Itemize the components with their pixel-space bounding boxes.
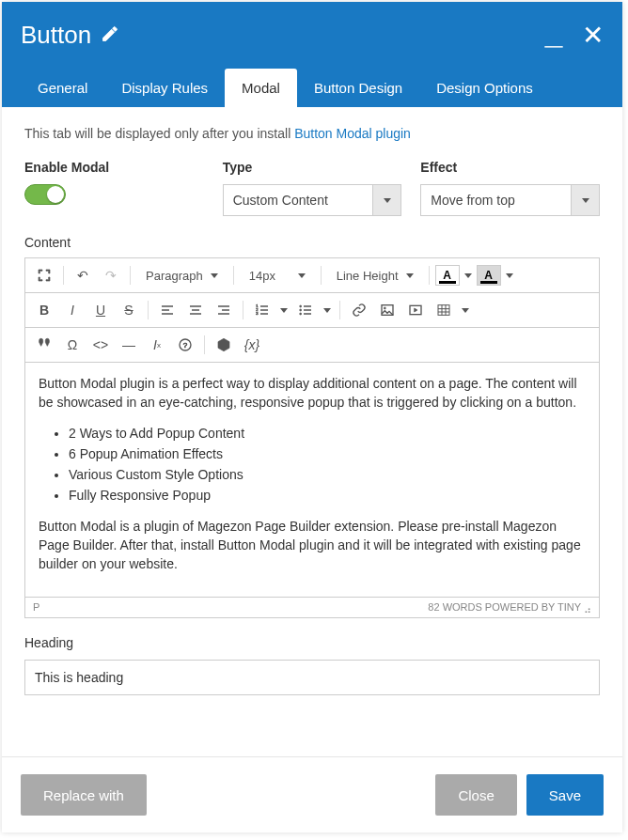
svg-point-5	[300, 313, 302, 315]
type-dropdown-button[interactable]	[373, 184, 401, 216]
tab-design-options[interactable]: Design Options	[419, 69, 550, 107]
format-select[interactable]: Paragraph	[136, 262, 228, 288]
close-button[interactable]: Close	[435, 774, 516, 816]
bg-color-dropdown[interactable]	[503, 262, 516, 288]
content-list: 2 Ways to Add Popup Content 6 Popup Anim…	[69, 424, 586, 506]
tab-modal[interactable]: Modal	[225, 69, 297, 107]
text-color-button[interactable]: A	[435, 265, 460, 286]
heading-label: Heading	[24, 635, 600, 650]
window-controls: ＿ ✕	[541, 23, 604, 49]
clear-format-icon[interactable]: Ix	[144, 332, 170, 358]
format-value: Paragraph	[146, 269, 203, 283]
type-select[interactable]: Custom Content	[223, 184, 402, 216]
title-left: Button	[21, 21, 119, 50]
separator	[204, 335, 205, 354]
chevron-down-icon	[406, 273, 414, 278]
fontsize-select[interactable]: 14px	[240, 262, 315, 288]
link-icon[interactable]	[346, 297, 372, 323]
table-icon[interactable]	[431, 297, 457, 323]
minimize-icon[interactable]: ＿	[541, 23, 567, 49]
separator	[130, 266, 131, 285]
replace-with-button[interactable]: Replace with	[21, 774, 147, 816]
notice-text: This tab will be displayed only after yo…	[24, 126, 294, 141]
chevron-down-icon	[506, 273, 513, 278]
hr-icon[interactable]: —	[116, 332, 142, 358]
save-button[interactable]: Save	[526, 774, 604, 816]
lineheight-select[interactable]: Line Height	[327, 262, 423, 288]
separator	[233, 266, 234, 285]
toggle-knob	[47, 186, 64, 203]
modal-window: Button ＿ ✕ General Display Rules Modal B…	[2, 2, 622, 832]
chevron-down-icon	[462, 308, 469, 313]
separator	[321, 266, 322, 285]
tab-general[interactable]: General	[21, 69, 104, 107]
svg-point-4	[300, 309, 302, 311]
separator	[429, 266, 430, 285]
content-li2: 6 Popup Animation Effects	[69, 444, 586, 463]
svg-rect-9	[438, 305, 449, 316]
special-char-icon[interactable]: Ω	[59, 332, 86, 358]
text-color-dropdown[interactable]	[462, 262, 475, 288]
editor-body[interactable]: Button Modal plugin is a perfect way to …	[25, 363, 599, 597]
effect-label: Effect	[420, 160, 600, 175]
variable-icon[interactable]: {x}	[239, 332, 265, 358]
editor-statusbar: P 82 WORDS POWERED BY TINY ⣠	[25, 597, 599, 617]
close-icon[interactable]: ✕	[582, 23, 604, 49]
find-icon[interactable]	[31, 332, 57, 358]
lineheight-value: Line Height	[337, 269, 399, 283]
bullet-list-dropdown[interactable]	[321, 297, 334, 323]
type-value: Custom Content	[223, 184, 374, 216]
chevron-down-icon	[323, 308, 331, 313]
bullet-list-icon[interactable]	[292, 297, 319, 323]
table-dropdown[interactable]	[459, 297, 472, 323]
svg-point-7	[384, 307, 385, 309]
plugin-link[interactable]: Button Modal plugin	[294, 126, 411, 141]
align-center-icon[interactable]	[182, 297, 209, 323]
body: This tab will be displayed only after yo…	[2, 107, 622, 756]
numbered-list-icon[interactable]: 123	[249, 297, 275, 323]
help-icon[interactable]: ?	[172, 332, 198, 358]
heading-input[interactable]	[24, 660, 600, 695]
source-code-icon[interactable]: <>	[87, 332, 114, 358]
widget-icon[interactable]	[211, 332, 237, 358]
align-right-icon[interactable]	[211, 297, 237, 323]
toolbar-rows: ↶ ↷ Paragraph 14px Line Height A A B	[25, 258, 599, 363]
fullscreen-icon[interactable]	[31, 262, 57, 288]
chevron-down-icon	[582, 198, 589, 203]
effect-dropdown-button[interactable]	[572, 184, 600, 216]
chevron-down-icon	[298, 273, 306, 278]
rich-editor: ↶ ↷ Paragraph 14px Line Height A A B	[24, 257, 600, 618]
image-icon[interactable]	[374, 297, 400, 323]
tab-display-rules[interactable]: Display Rules	[104, 69, 225, 107]
edit-icon[interactable]	[101, 24, 119, 47]
install-notice: This tab will be displayed only after yo…	[24, 126, 600, 141]
toolbar-row2: B I U S 123	[25, 293, 599, 328]
numbered-list-dropdown[interactable]	[277, 297, 290, 323]
content-li4: Fully Responsive Popup	[69, 486, 586, 505]
tab-button-design[interactable]: Button Design	[297, 69, 419, 107]
chevron-down-icon	[384, 198, 391, 203]
bg-color-button[interactable]: A	[477, 265, 501, 286]
media-icon[interactable]	[402, 297, 429, 323]
bold-icon[interactable]: B	[31, 297, 57, 323]
content-li3: Various Custom Style Options	[69, 465, 586, 484]
effect-select[interactable]: Move from top	[420, 184, 600, 216]
redo-icon[interactable]: ↷	[98, 262, 124, 288]
strike-icon[interactable]: S	[116, 297, 142, 323]
status-path[interactable]: P	[33, 601, 39, 614]
italic-icon[interactable]: I	[59, 297, 86, 323]
separator	[63, 266, 64, 285]
chevron-down-icon	[211, 273, 218, 278]
underline-icon[interactable]: U	[87, 297, 114, 323]
field-effect: Effect Move from top	[420, 160, 600, 216]
enable-modal-toggle[interactable]	[24, 184, 66, 205]
separator	[339, 301, 340, 319]
chevron-down-icon	[464, 273, 472, 278]
title-row: Button ＿ ✕	[21, 21, 604, 50]
undo-icon[interactable]: ↶	[70, 262, 96, 288]
align-left-icon[interactable]	[154, 297, 181, 323]
status-words: 82 WORDS POWERED BY TINY ⣠	[428, 601, 591, 614]
header: Button ＿ ✕ General Display Rules Modal B…	[2, 2, 622, 107]
resize-handle-icon[interactable]: ⣠	[584, 601, 591, 613]
footer: Replace with Close Save	[2, 756, 622, 832]
